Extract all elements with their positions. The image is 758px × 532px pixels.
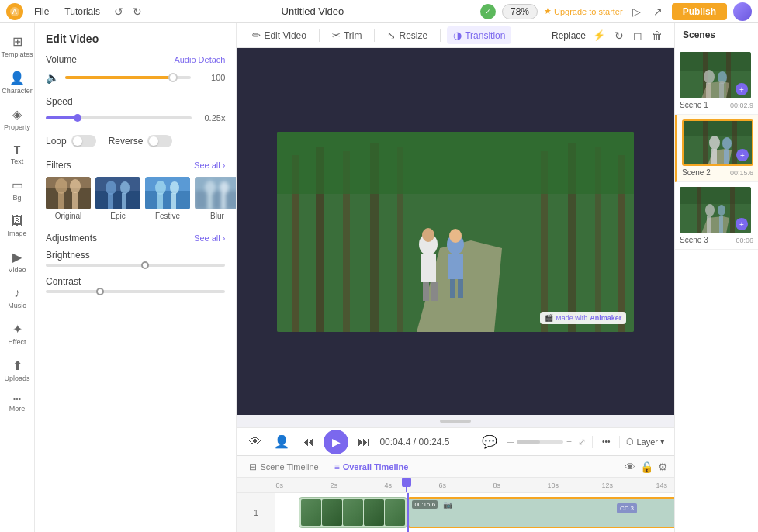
filter-epic-thumb xyxy=(95,177,140,209)
tab-scene-timeline[interactable]: ⊟ Scene Timeline xyxy=(243,459,324,475)
upgrade-button[interactable]: ★ Upgrade to starter xyxy=(544,6,623,16)
scroll-indicator-bar xyxy=(237,415,674,427)
tl-eye-button[interactable]: 👁 xyxy=(625,461,635,473)
reverse-toggle[interactable] xyxy=(147,135,172,147)
svg-rect-40 xyxy=(431,282,438,301)
scene-timeline-icon: ⊟ xyxy=(249,461,257,472)
scene-3-thumb: + xyxy=(680,187,751,233)
sidebar-item-effect[interactable]: ✦ Effect xyxy=(0,317,34,351)
sidebar-item-templates[interactable]: ⊞ Templates xyxy=(0,29,34,63)
filter-blur[interactable]: Blur xyxy=(195,177,237,220)
svg-point-12 xyxy=(120,181,130,194)
sidebar-item-uploads-label: Uploads xyxy=(4,375,29,382)
sidebar-item-bg[interactable]: ▭ Bg xyxy=(0,173,34,206)
scene-item-2[interactable]: + Scene 2 00:15.6 xyxy=(675,115,758,182)
playhead-handle[interactable] xyxy=(402,478,411,487)
scene-2-name: Scene 2 xyxy=(682,168,711,177)
edit-panel: Edit Video Volume Audio Detach 🔈 100 xyxy=(35,23,237,532)
tool-separator-2 xyxy=(374,29,375,42)
contrast-label: Contrast xyxy=(46,276,225,287)
preview-button[interactable]: ▷ xyxy=(629,4,644,19)
svg-point-18 xyxy=(170,181,179,194)
watermark-icon: 🎬 xyxy=(545,314,553,322)
publish-button[interactable]: Publish xyxy=(672,3,727,20)
eye-button[interactable]: 👁 xyxy=(246,434,265,451)
tab-overall-timeline[interactable]: ≡ Overall Timeline xyxy=(328,459,415,475)
scene-item-3[interactable]: + Scene 3 00:06 xyxy=(675,182,758,250)
filters-see-all-link[interactable]: See all › xyxy=(194,161,225,170)
tool-edit-video[interactable]: ✏ Edit Video xyxy=(246,26,313,44)
adjustments-see-all-link[interactable]: See all › xyxy=(194,233,225,243)
svg-rect-64 xyxy=(680,187,751,204)
caption-button[interactable]: 💬 xyxy=(479,433,500,451)
menu-file[interactable]: File xyxy=(29,5,54,19)
volume-slider[interactable] xyxy=(65,71,191,84)
sidebar-item-property-label: Property xyxy=(4,123,30,131)
share-button[interactable]: ↗ xyxy=(650,4,666,19)
person-button[interactable]: 👤 xyxy=(271,433,292,451)
scene-1-add-btn[interactable]: + xyxy=(736,83,748,95)
scene-item-1[interactable]: + Scene 1 00:02.9 xyxy=(675,47,758,115)
sidebar-item-text[interactable]: T Text xyxy=(0,139,34,170)
zoom-controls: ─ + ⤢ xyxy=(507,437,586,447)
tool-trim[interactable]: ✂ Trim xyxy=(326,26,369,44)
scene-2-add-btn[interactable]: + xyxy=(736,149,749,161)
more-options-button[interactable]: ••• xyxy=(599,436,614,447)
left-sidebar: ⊞ Templates 👤 Character ◈ Property T Tex… xyxy=(0,23,35,532)
loop-toggle[interactable] xyxy=(71,135,96,147)
avatar xyxy=(733,2,752,21)
reverse-toggle-item: Reverse xyxy=(109,135,173,147)
scene-3-add-btn[interactable]: + xyxy=(736,218,748,230)
redo-button[interactable]: ↻ xyxy=(130,4,145,19)
speed-slider[interactable] xyxy=(46,116,192,119)
scene-3-duration: 00:06 xyxy=(736,237,753,244)
tool-transition[interactable]: ◑ Transition xyxy=(447,26,511,44)
svg-point-22 xyxy=(205,181,216,195)
filter-blur-thumb xyxy=(195,177,237,209)
play-button[interactable]: ▶ xyxy=(324,430,348,454)
svg-rect-66 xyxy=(730,187,735,233)
scene-2-info: Scene 2 00:15.6 xyxy=(682,168,753,177)
filter-epic[interactable]: Epic xyxy=(95,177,140,220)
sidebar-item-image[interactable]: 🖼 Image xyxy=(0,209,34,242)
tool-resize[interactable]: ⤡ Resize xyxy=(381,26,434,44)
loop-reverse-section: Loop Reverse xyxy=(46,135,225,147)
delete-button[interactable]: 🗑 xyxy=(649,27,665,44)
refresh-button[interactable]: ↻ xyxy=(612,27,626,44)
layer-select[interactable]: ⬡ Layer ▾ xyxy=(626,437,665,447)
tl-settings-button[interactable]: ⚙ xyxy=(658,461,668,473)
volume-label: Volume xyxy=(46,54,77,65)
scene-2-duration: 00:15.6 xyxy=(730,169,753,177)
undo-button[interactable]: ↺ xyxy=(111,4,126,19)
sidebar-item-uploads[interactable]: ⬆ Uploads xyxy=(0,354,34,387)
ruler-marks: 0s 2s 4s 6s 8s 10s 12s 14s 16s 18s 20s 2… xyxy=(275,478,674,492)
filter-festive[interactable]: Festive xyxy=(145,177,190,220)
clip-1-frames xyxy=(299,498,407,527)
layout-button[interactable]: ◻ xyxy=(631,27,645,44)
minus-icon: ─ xyxy=(507,437,514,447)
menu-tutorials[interactable]: Tutorials xyxy=(60,5,105,19)
sidebar-item-music[interactable]: ♪ Music xyxy=(0,282,34,314)
track-clip-1[interactable] xyxy=(299,497,407,528)
zoom-control[interactable]: 78% xyxy=(502,4,538,19)
sidebar-item-more[interactable]: ••• More xyxy=(0,390,34,417)
topbar: A File Tutorials ↺ ↻ Untitled Video ✓ 78… xyxy=(0,0,758,23)
svg-rect-21 xyxy=(195,191,237,209)
skip-back-button[interactable]: ⏮ xyxy=(299,434,317,451)
scene-3-info: Scene 3 00:06 xyxy=(680,236,753,244)
filter-epic-name: Epic xyxy=(110,212,125,220)
zoom-slider[interactable] xyxy=(517,440,563,444)
tl-lock-button[interactable]: 🔒 xyxy=(640,461,653,473)
contrast-slider[interactable] xyxy=(46,290,225,293)
filters-section: Filters See all › xyxy=(46,160,225,220)
track-label: 1 xyxy=(237,493,275,532)
sidebar-item-character[interactable]: 👤 Character xyxy=(0,66,34,99)
sidebar-item-templates-label: Templates xyxy=(1,50,33,58)
filter-original[interactable]: Original xyxy=(46,177,91,220)
brightness-slider[interactable] xyxy=(46,264,225,267)
sidebar-item-video[interactable]: ▶ Video xyxy=(0,245,34,278)
sidebar-item-property[interactable]: ◈ Property xyxy=(0,102,34,136)
randomize-button[interactable]: ⚡ xyxy=(590,27,607,43)
audio-detach-link[interactable]: Audio Detach xyxy=(174,55,225,64)
skip-forward-button[interactable]: ⏭ xyxy=(355,434,373,451)
